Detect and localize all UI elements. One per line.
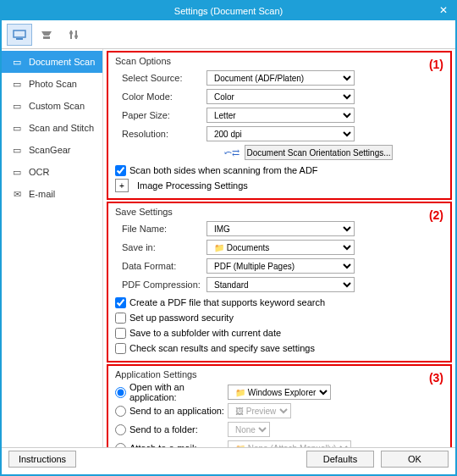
orientation-settings-button[interactable]: Document Scan Orientation Settings... bbox=[245, 145, 393, 160]
subfolder-checkbox[interactable] bbox=[115, 328, 126, 339]
group-application-settings: (3) Application Settings Open with an ap… bbox=[107, 364, 452, 447]
both-sides-checkbox[interactable] bbox=[115, 165, 126, 176]
tab-tools[interactable] bbox=[61, 24, 86, 46]
source-select[interactable]: Document (ADF/Platen) bbox=[206, 70, 355, 86]
subfolder-label: Save to a subfolder with current date bbox=[129, 328, 281, 338]
titlebar: Settings (Document Scan) ✕ bbox=[2, 2, 455, 20]
attach-radio[interactable] bbox=[115, 443, 126, 448]
custom-icon: ▭ bbox=[10, 100, 24, 112]
filename-field[interactable]: IMG bbox=[206, 221, 355, 236]
format-label: Data Format: bbox=[113, 261, 206, 271]
source-label: Select Source: bbox=[113, 73, 206, 83]
send-folder-radio[interactable] bbox=[115, 424, 126, 435]
footer: Instructions Defaults OK bbox=[2, 447, 455, 469]
svg-rect-0 bbox=[14, 30, 25, 37]
checkscan-label: Check scan results and specify save sett… bbox=[129, 343, 315, 353]
svg-point-6 bbox=[74, 35, 78, 38]
photo-icon: ▭ bbox=[10, 78, 24, 90]
toolbar bbox=[2, 20, 455, 49]
send-app-select[interactable]: 🖼 Preview bbox=[228, 403, 291, 418]
image-processing-label: Image Processing Settings bbox=[137, 180, 248, 191]
svg-point-5 bbox=[69, 31, 73, 35]
attach-select[interactable]: 📁 None (Attach Manually) bbox=[228, 440, 351, 447]
window-title: Settings (Document Scan) bbox=[174, 6, 283, 16]
color-label: Color Mode: bbox=[113, 91, 206, 102]
instructions-button[interactable]: Instructions bbox=[8, 451, 76, 468]
document-icon: ▭ bbox=[10, 56, 24, 68]
compression-select[interactable]: Standard bbox=[206, 277, 355, 292]
sidebar-item-custom-scan[interactable]: ▭Custom Scan bbox=[2, 95, 102, 117]
stitch-icon: ▭ bbox=[10, 122, 24, 134]
attach-label: Attach to e-mail: bbox=[129, 443, 228, 447]
svg-rect-2 bbox=[43, 36, 50, 39]
sidebar-item-email[interactable]: ✉E-mail bbox=[2, 183, 102, 205]
savein-select[interactable]: 📁 Documents bbox=[206, 240, 355, 255]
save-settings-title: Save Settings bbox=[113, 207, 445, 220]
annotation-3: (3) bbox=[429, 371, 443, 385]
scan-options-title: Scan Options bbox=[113, 56, 445, 69]
password-checkbox[interactable] bbox=[115, 313, 126, 324]
group-save-settings: (2) Save Settings File Name:IMG Save in:… bbox=[107, 202, 452, 363]
both-sides-label: Scan both sides when scanning from the A… bbox=[129, 165, 318, 175]
open-app-radio[interactable] bbox=[115, 387, 126, 398]
open-app-select[interactable]: 📁 Windows Explorer bbox=[228, 385, 331, 400]
group-scan-options: (1) Scan Options Select Source:Document … bbox=[107, 51, 452, 200]
annotation-1: (1) bbox=[429, 58, 443, 71]
email-icon: ✉ bbox=[10, 188, 24, 200]
sidebar-item-scangear[interactable]: ▭ScanGear bbox=[2, 139, 102, 161]
app-settings-title: Application Settings bbox=[113, 369, 445, 383]
compression-label: PDF Compression: bbox=[113, 280, 206, 290]
resolution-label: Resolution: bbox=[113, 129, 206, 139]
resolution-select[interactable]: 200 dpi bbox=[206, 126, 355, 141]
color-select[interactable]: Color bbox=[206, 89, 355, 104]
ocr-icon: ▭ bbox=[10, 166, 24, 178]
open-app-label: Open with an application: bbox=[129, 382, 228, 402]
paper-select[interactable]: Letter bbox=[206, 108, 355, 123]
sidebar: ▭Document Scan ▭Photo Scan ▭Custom Scan … bbox=[2, 49, 103, 447]
annotation-2: (2) bbox=[429, 208, 443, 222]
keyword-checkbox[interactable] bbox=[115, 297, 126, 308]
tab-computer[interactable] bbox=[7, 24, 32, 46]
expand-image-processing[interactable]: + bbox=[115, 179, 129, 192]
sidebar-item-ocr[interactable]: ▭OCR bbox=[2, 161, 102, 183]
send-app-label: Send to an application: bbox=[129, 406, 228, 416]
ok-button[interactable]: OK bbox=[381, 451, 449, 468]
checkscan-checkbox[interactable] bbox=[115, 343, 126, 354]
svg-rect-1 bbox=[16, 38, 23, 40]
send-folder-label: Send to a folder: bbox=[129, 424, 228, 434]
paper-label: Paper Size: bbox=[113, 110, 206, 120]
savein-label: Save in: bbox=[113, 242, 206, 252]
close-icon[interactable]: ✕ bbox=[437, 3, 450, 17]
filename-label: File Name: bbox=[113, 224, 206, 234]
format-select[interactable]: PDF (Multiple Pages) bbox=[206, 258, 355, 274]
tab-scanner[interactable] bbox=[34, 24, 59, 46]
sidebar-item-scan-stitch[interactable]: ▭Scan and Stitch bbox=[2, 117, 102, 139]
sidebar-item-document-scan[interactable]: ▭Document Scan bbox=[2, 51, 102, 73]
rotate-icon[interactable]: ⤺⇄ bbox=[224, 147, 240, 158]
send-folder-select[interactable]: None bbox=[228, 422, 270, 437]
password-label: Set up password security bbox=[129, 313, 234, 323]
scangear-icon: ▭ bbox=[10, 144, 24, 156]
keyword-label: Create a PDF file that supports keyword … bbox=[129, 297, 325, 307]
send-app-radio[interactable] bbox=[115, 406, 126, 417]
defaults-button[interactable]: Defaults bbox=[306, 451, 374, 468]
sidebar-item-photo-scan[interactable]: ▭Photo Scan bbox=[2, 73, 102, 95]
